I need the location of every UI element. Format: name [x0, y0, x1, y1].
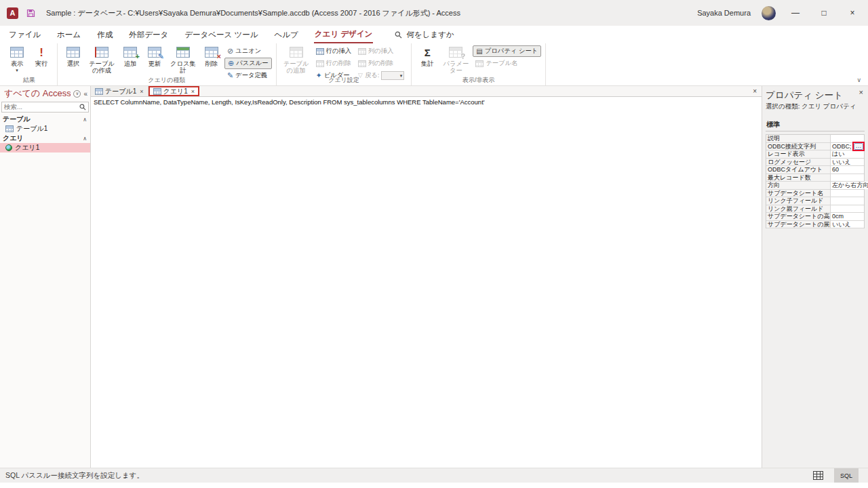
- property-label: ログメッセージ: [766, 159, 831, 166]
- access-window: A Sample : データベース- C:¥Users¥Sayaka Demur…: [0, 0, 868, 488]
- delete-label: 削除: [205, 60, 218, 67]
- close-button[interactable]: ×: [844, 8, 861, 18]
- save-icon[interactable]: [26, 9, 35, 18]
- window-title: Sample : データベース- C:¥Users¥Sayaka Demura¥…: [46, 8, 460, 18]
- property-value[interactable]: はい: [831, 150, 864, 158]
- nav-item-query1[interactable]: クエリ1: [0, 143, 90, 152]
- close-icon[interactable]: ×: [858, 87, 865, 97]
- union-label: ユニオン: [235, 47, 261, 56]
- close-icon[interactable]: ×: [140, 88, 143, 95]
- nav-group-tables[interactable]: テーブル ∧: [0, 115, 90, 124]
- insert-columns-button: 列の挿入: [355, 45, 407, 57]
- view-button[interactable]: 表示 ▾: [5, 45, 28, 73]
- delete-rows-icon: [316, 60, 324, 67]
- titlebar: A Sample : データベース- C:¥Users¥Sayaka Demur…: [0, 0, 868, 26]
- nav-item-table1[interactable]: テーブル1: [0, 124, 90, 134]
- collapse-ribbon-icon[interactable]: ∨: [856, 77, 861, 83]
- nav-group-queries[interactable]: クエリ ∧: [0, 134, 90, 143]
- tell-me-label: 何をしますか: [406, 30, 454, 40]
- nav-pane-header[interactable]: すべての Access... ∨ «: [0, 86, 90, 100]
- ribbon-group-query-type: 選択 テーブルの作成 + 追加 ✎ 更新 クロス集計 × 削除: [58, 43, 277, 85]
- tab-file[interactable]: ファイル: [8, 27, 41, 43]
- property-sheet-button[interactable]: ▤ プロパティ シート: [473, 45, 541, 57]
- property-value[interactable]: いいえ: [831, 159, 864, 166]
- passthrough-icon: ⊕: [228, 60, 234, 67]
- sql-editor[interactable]: SELECT ColumnName, DataTypeName, Length,…: [91, 97, 762, 468]
- make-table-button[interactable]: テーブルの作成: [86, 45, 117, 75]
- property-value-editing[interactable]: ODBC; …: [831, 143, 864, 150]
- nav-menu-icon[interactable]: ∨: [73, 90, 81, 98]
- nav-search-box[interactable]: 検索...: [1, 102, 89, 113]
- update-icon: ✎: [148, 47, 161, 58]
- ribbon-group-results: 表示 ▾ ! 実行 結果: [1, 43, 58, 85]
- totals-button[interactable]: Σ 集計: [416, 45, 439, 68]
- property-value[interactable]: [831, 190, 864, 197]
- property-value[interactable]: 0cm: [831, 213, 864, 220]
- sql-view-button[interactable]: SQL: [834, 468, 859, 483]
- chevron-down-icon: ▾: [16, 68, 18, 72]
- navigation-pane: すべての Access... ∨ « 検索... テーブル ∧ テーブ: [0, 86, 91, 468]
- property-value[interactable]: [831, 174, 864, 182]
- query-icon: [153, 88, 161, 95]
- select-query-button[interactable]: 選択: [62, 45, 85, 68]
- insert-rows-button[interactable]: 行の挿入: [313, 45, 354, 57]
- union-button[interactable]: ⊘ ユニオン: [224, 45, 272, 57]
- nav-collapse-icon[interactable]: «: [83, 90, 87, 98]
- property-row-odbc-connect-str[interactable]: ODBC接続文字列 ODBC; …: [766, 143, 864, 151]
- property-value[interactable]: [831, 205, 864, 213]
- table-names-label: テーブル名: [486, 59, 517, 68]
- tab-help[interactable]: ヘルプ: [273, 27, 298, 43]
- crosstab-button[interactable]: クロス集計: [167, 45, 199, 75]
- search-icon: [79, 104, 86, 110]
- close-icon[interactable]: ×: [191, 88, 195, 95]
- property-row-odbc-timeout[interactable]: ODBCタイムアウト 60: [766, 166, 864, 174]
- delete-query-button[interactable]: × 削除: [200, 45, 223, 68]
- passthrough-button[interactable]: ⊕ パススルー: [224, 58, 272, 69]
- tab-external-data[interactable]: 外部データ: [128, 27, 169, 43]
- property-row-max-records[interactable]: 最大レコード数: [766, 174, 864, 182]
- tab-create[interactable]: 作成: [96, 27, 113, 43]
- table-icon: [95, 88, 103, 95]
- group-label-query-setup: クエリ設定: [277, 76, 412, 85]
- property-value[interactable]: 60: [831, 166, 864, 174]
- close-document-icon[interactable]: ×: [748, 86, 762, 96]
- account-name[interactable]: Sayaka Demura: [697, 9, 751, 17]
- update-button[interactable]: ✎ 更新: [143, 45, 166, 68]
- property-row-link-child[interactable]: リンク子フィールド: [766, 197, 864, 205]
- restore-button[interactable]: □: [815, 8, 833, 18]
- property-row-subdatasheet-name[interactable]: サブデータシート名: [766, 190, 864, 198]
- status-bar: SQL パススルー接続文字列を設定します。 SQL: [0, 468, 868, 483]
- property-value[interactable]: いいえ: [831, 221, 864, 228]
- tab-query-design[interactable]: クエリ デザイン: [314, 26, 374, 43]
- property-row-description[interactable]: 説明: [766, 135, 864, 143]
- group-label-results: 結果: [1, 76, 57, 85]
- avatar[interactable]: [762, 6, 776, 20]
- odbc-value-text: ODBC;: [832, 143, 852, 150]
- tell-me-search[interactable]: 何をしますか: [395, 30, 454, 40]
- delete-rows-label: 行の削除: [326, 59, 351, 68]
- tab-home[interactable]: ホーム: [56, 27, 81, 43]
- property-label: サブデータシートの展開: [766, 221, 831, 228]
- insert-rows-label: 行の挿入: [326, 47, 351, 56]
- status-text: SQL パススルー接続文字列を設定します。: [5, 471, 813, 481]
- property-row-orientation[interactable]: 方向 左から右方向: [766, 182, 864, 190]
- property-value[interactable]: 左から右方向: [831, 182, 868, 189]
- make-table-icon: [95, 47, 108, 58]
- document-tab-table1[interactable]: テーブル1 ×: [91, 86, 149, 96]
- tab-general[interactable]: 標準: [766, 120, 781, 131]
- run-button[interactable]: ! 実行: [30, 45, 53, 68]
- build-button[interactable]: …: [854, 143, 863, 150]
- property-row-recordset[interactable]: レコード表示 はい: [766, 150, 864, 159]
- datasheet-view-icon[interactable]: [813, 471, 823, 480]
- document-tab-query1[interactable]: クエリ1 ×: [149, 86, 200, 96]
- property-row-subdatasheet-expanded[interactable]: サブデータシートの展開 いいえ: [766, 221, 864, 229]
- minimize-button[interactable]: —: [787, 8, 804, 18]
- property-value[interactable]: [831, 197, 864, 205]
- property-row-log-messages[interactable]: ログメッセージ いいえ: [766, 159, 864, 167]
- property-row-subdatasheet-height[interactable]: サブデータシートの高さ 0cm: [766, 213, 864, 221]
- append-button[interactable]: + 追加: [119, 45, 142, 68]
- property-sheet-label: プロパティ シート: [485, 47, 538, 56]
- tab-database-tools[interactable]: データベース ツール: [184, 27, 258, 43]
- property-row-link-master[interactable]: リンク親フィールド: [766, 205, 864, 214]
- totals-label: 集計: [421, 60, 434, 67]
